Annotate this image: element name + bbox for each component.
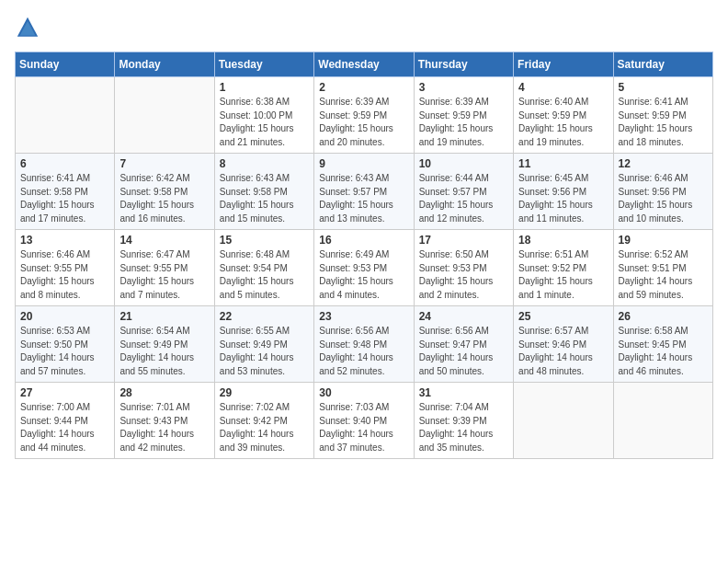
day-info: Sunrise: 6:48 AM Sunset: 9:54 PM Dayligh… <box>220 248 309 302</box>
day-header-tuesday: Tuesday <box>214 52 313 77</box>
day-number: 3 <box>419 81 508 94</box>
day-number: 5 <box>619 81 708 94</box>
calendar-cell: 9Sunrise: 6:43 AM Sunset: 9:57 PM Daylig… <box>314 154 414 230</box>
day-header-thursday: Thursday <box>414 52 513 77</box>
calendar-week-4: 20Sunrise: 6:53 AM Sunset: 9:50 PM Dayli… <box>16 306 713 383</box>
day-info: Sunrise: 6:58 AM Sunset: 9:45 PM Dayligh… <box>619 325 708 378</box>
calendar-cell: 23Sunrise: 6:56 AM Sunset: 9:48 PM Dayli… <box>314 306 414 383</box>
day-info: Sunrise: 6:39 AM Sunset: 9:59 PM Dayligh… <box>419 96 508 149</box>
day-number: 7 <box>119 157 209 170</box>
calendar-cell: 16Sunrise: 6:49 AM Sunset: 9:53 PM Dayli… <box>314 230 414 306</box>
calendar-cell: 30Sunrise: 7:03 AM Sunset: 9:40 PM Dayli… <box>314 383 414 459</box>
day-info: Sunrise: 6:42 AM Sunset: 9:58 PM Dayligh… <box>119 172 209 225</box>
day-header-saturday: Saturday <box>613 52 712 77</box>
calendar-cell: 10Sunrise: 6:44 AM Sunset: 9:57 PM Dayli… <box>414 154 513 230</box>
day-number: 27 <box>20 386 109 399</box>
calendar-cell: 5Sunrise: 6:41 AM Sunset: 9:59 PM Daylig… <box>613 77 712 154</box>
logo-icon <box>15 15 40 40</box>
day-number: 16 <box>319 234 408 247</box>
day-info: Sunrise: 6:50 AM Sunset: 9:53 PM Dayligh… <box>419 248 508 302</box>
day-info: Sunrise: 6:57 AM Sunset: 9:46 PM Dayligh… <box>518 325 608 378</box>
calendar-cell <box>514 383 613 459</box>
calendar-cell: 11Sunrise: 6:45 AM Sunset: 9:56 PM Dayli… <box>514 154 613 230</box>
day-number: 30 <box>319 386 408 399</box>
day-info: Sunrise: 6:44 AM Sunset: 9:57 PM Dayligh… <box>419 172 508 225</box>
day-info: Sunrise: 7:04 AM Sunset: 9:39 PM Dayligh… <box>419 401 508 454</box>
logo <box>15 15 44 40</box>
calendar-cell: 19Sunrise: 6:52 AM Sunset: 9:51 PM Dayli… <box>613 230 712 306</box>
calendar-cell: 22Sunrise: 6:55 AM Sunset: 9:49 PM Dayli… <box>214 306 313 383</box>
calendar-cell: 21Sunrise: 6:54 AM Sunset: 9:49 PM Dayli… <box>115 306 214 383</box>
day-number: 8 <box>220 157 309 170</box>
calendar-cell: 14Sunrise: 6:47 AM Sunset: 9:55 PM Dayli… <box>115 230 214 306</box>
calendar-week-5: 27Sunrise: 7:00 AM Sunset: 9:44 PM Dayli… <box>16 383 713 459</box>
day-number: 28 <box>119 386 209 399</box>
calendar-cell: 31Sunrise: 7:04 AM Sunset: 9:39 PM Dayli… <box>414 383 513 459</box>
day-info: Sunrise: 6:53 AM Sunset: 9:50 PM Dayligh… <box>20 325 109 378</box>
calendar-cell: 8Sunrise: 6:43 AM Sunset: 9:58 PM Daylig… <box>214 154 313 230</box>
day-number: 2 <box>319 81 408 94</box>
calendar-cell <box>115 77 214 154</box>
calendar-cell <box>16 77 115 154</box>
day-info: Sunrise: 6:56 AM Sunset: 9:48 PM Dayligh… <box>319 325 408 378</box>
calendar-cell <box>613 383 712 459</box>
day-number: 9 <box>319 157 408 170</box>
calendar-cell: 6Sunrise: 6:41 AM Sunset: 9:58 PM Daylig… <box>16 154 115 230</box>
day-info: Sunrise: 6:39 AM Sunset: 9:59 PM Dayligh… <box>319 96 408 149</box>
day-info: Sunrise: 6:56 AM Sunset: 9:47 PM Dayligh… <box>419 325 508 378</box>
day-number: 13 <box>20 234 109 247</box>
calendar-cell: 15Sunrise: 6:48 AM Sunset: 9:54 PM Dayli… <box>214 230 313 306</box>
day-info: Sunrise: 6:40 AM Sunset: 9:59 PM Dayligh… <box>518 96 608 149</box>
day-number: 11 <box>518 157 608 170</box>
calendar-week-2: 6Sunrise: 6:41 AM Sunset: 9:58 PM Daylig… <box>16 154 713 230</box>
calendar-cell: 1Sunrise: 6:38 AM Sunset: 10:00 PM Dayli… <box>214 77 313 154</box>
day-info: Sunrise: 6:46 AM Sunset: 9:55 PM Dayligh… <box>20 248 109 302</box>
calendar-cell: 27Sunrise: 7:00 AM Sunset: 9:44 PM Dayli… <box>16 383 115 459</box>
day-number: 18 <box>518 234 608 247</box>
calendar-week-1: 1Sunrise: 6:38 AM Sunset: 10:00 PM Dayli… <box>16 77 713 154</box>
day-number: 1 <box>220 81 309 94</box>
page-header <box>15 15 713 40</box>
day-info: Sunrise: 7:00 AM Sunset: 9:44 PM Dayligh… <box>20 401 109 454</box>
calendar-body: 1Sunrise: 6:38 AM Sunset: 10:00 PM Dayli… <box>16 77 713 459</box>
day-number: 24 <box>419 310 508 323</box>
day-number: 25 <box>518 310 608 323</box>
calendar-table: SundayMondayTuesdayWednesdayThursdayFrid… <box>15 52 713 459</box>
day-number: 12 <box>619 157 708 170</box>
calendar-header: SundayMondayTuesdayWednesdayThursdayFrid… <box>16 52 713 77</box>
calendar-cell: 29Sunrise: 7:02 AM Sunset: 9:42 PM Dayli… <box>214 383 313 459</box>
day-info: Sunrise: 6:41 AM Sunset: 9:59 PM Dayligh… <box>619 96 708 149</box>
day-info: Sunrise: 6:47 AM Sunset: 9:55 PM Dayligh… <box>119 248 209 302</box>
calendar-cell: 12Sunrise: 6:46 AM Sunset: 9:56 PM Dayli… <box>613 154 712 230</box>
day-info: Sunrise: 6:45 AM Sunset: 9:56 PM Dayligh… <box>518 172 608 225</box>
day-info: Sunrise: 6:43 AM Sunset: 9:57 PM Dayligh… <box>319 172 408 225</box>
day-info: Sunrise: 7:02 AM Sunset: 9:42 PM Dayligh… <box>220 401 309 454</box>
day-info: Sunrise: 6:55 AM Sunset: 9:49 PM Dayligh… <box>220 325 309 378</box>
day-header-monday: Monday <box>115 52 214 77</box>
day-info: Sunrise: 6:54 AM Sunset: 9:49 PM Dayligh… <box>119 325 209 378</box>
calendar-cell: 13Sunrise: 6:46 AM Sunset: 9:55 PM Dayli… <box>16 230 115 306</box>
day-header-friday: Friday <box>514 52 613 77</box>
day-number: 26 <box>619 310 708 323</box>
day-number: 17 <box>419 234 508 247</box>
calendar-cell: 24Sunrise: 6:56 AM Sunset: 9:47 PM Dayli… <box>414 306 513 383</box>
day-number: 21 <box>119 310 209 323</box>
day-info: Sunrise: 6:43 AM Sunset: 9:58 PM Dayligh… <box>220 172 309 225</box>
calendar-cell: 7Sunrise: 6:42 AM Sunset: 9:58 PM Daylig… <box>115 154 214 230</box>
day-info: Sunrise: 6:46 AM Sunset: 9:56 PM Dayligh… <box>619 172 708 225</box>
calendar-week-3: 13Sunrise: 6:46 AM Sunset: 9:55 PM Dayli… <box>16 230 713 306</box>
day-info: Sunrise: 6:51 AM Sunset: 9:52 PM Dayligh… <box>518 248 608 302</box>
calendar-cell: 4Sunrise: 6:40 AM Sunset: 9:59 PM Daylig… <box>514 77 613 154</box>
day-number: 23 <box>319 310 408 323</box>
day-number: 6 <box>20 157 109 170</box>
day-info: Sunrise: 6:41 AM Sunset: 9:58 PM Dayligh… <box>20 172 109 225</box>
day-number: 4 <box>518 81 608 94</box>
day-info: Sunrise: 7:03 AM Sunset: 9:40 PM Dayligh… <box>319 401 408 454</box>
day-number: 10 <box>419 157 508 170</box>
day-info: Sunrise: 6:52 AM Sunset: 9:51 PM Dayligh… <box>619 248 708 302</box>
day-header-wednesday: Wednesday <box>314 52 414 77</box>
day-number: 20 <box>20 310 109 323</box>
day-info: Sunrise: 6:49 AM Sunset: 9:53 PM Dayligh… <box>319 248 408 302</box>
day-info: Sunrise: 6:38 AM Sunset: 10:00 PM Daylig… <box>220 96 309 149</box>
calendar-cell: 2Sunrise: 6:39 AM Sunset: 9:59 PM Daylig… <box>314 77 414 154</box>
